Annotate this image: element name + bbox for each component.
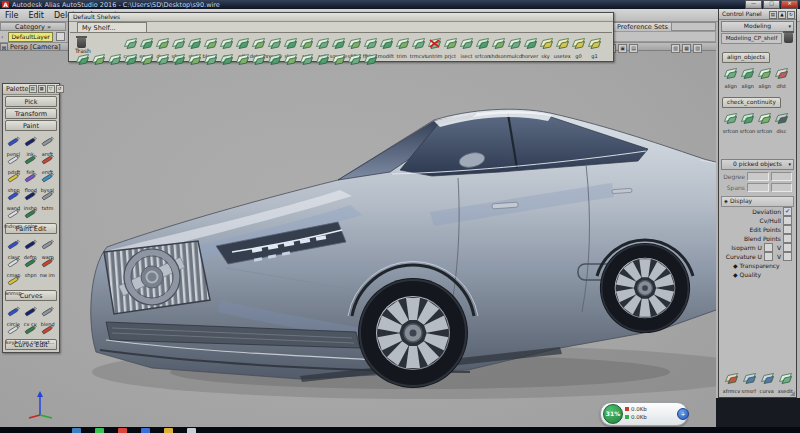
tool-unlabeled[interactable] bbox=[106, 50, 122, 69]
wire-toggle-icon[interactable]: ▤ bbox=[629, 44, 638, 53]
tool-dfst[interactable]: dfst bbox=[773, 64, 790, 89]
front-wheel[interactable] bbox=[358, 278, 468, 388]
tool-defm[interactable]: defm bbox=[22, 235, 39, 253]
control-panel-window-buttons[interactable]: ▤▲↻ bbox=[769, 9, 796, 19]
tool-g1[interactable]: g1 bbox=[586, 34, 602, 59]
deviation-checkbox[interactable]: ✔ bbox=[783, 207, 792, 216]
palette-tab-pick[interactable]: Pick bbox=[5, 96, 57, 107]
tool-unlabeled[interactable] bbox=[218, 50, 234, 69]
scroll-left-icon[interactable]: ‹ bbox=[1, 33, 3, 40]
tool-usetex[interactable]: usetex bbox=[554, 34, 570, 59]
cp-bullet-transparency[interactable]: ◆ Transparency bbox=[719, 261, 796, 270]
tool-ink[interactable]: ink bbox=[22, 132, 39, 150]
tool-unlabeled[interactable] bbox=[250, 50, 266, 69]
tool-align[interactable]: align bbox=[722, 64, 739, 89]
tool-unlabeled[interactable] bbox=[202, 50, 218, 69]
split-view-icon[interactable]: ▥ bbox=[671, 44, 680, 53]
palette-titlebar[interactable]: Palette ▤▦▽↺ bbox=[3, 84, 59, 95]
tool-trmcvt[interactable]: trmcvt bbox=[410, 34, 426, 59]
cp-menu-icon[interactable]: ▤ bbox=[769, 11, 777, 19]
cp-display-section[interactable]: ◈Display bbox=[721, 196, 794, 207]
tool-prjct[interactable]: prjct bbox=[442, 34, 458, 59]
tool-arsft[interactable]: arsft bbox=[39, 132, 56, 150]
menu-file[interactable]: File bbox=[5, 11, 18, 20]
cp-bullet-quality[interactable]: ◆ Quality bbox=[719, 270, 796, 279]
edit-points-checkbox[interactable] bbox=[783, 225, 792, 234]
tool-unlabeled[interactable] bbox=[234, 50, 250, 69]
minimize-button[interactable]: — bbox=[745, 0, 762, 9]
cp-collapse-icon[interactable]: ▲ bbox=[778, 11, 786, 19]
tool-curva[interactable]: curva bbox=[758, 369, 776, 394]
degree-u-input[interactable] bbox=[747, 172, 769, 181]
tool-cv-cv[interactable]: cv cv bbox=[22, 302, 39, 320]
default-shelves-window[interactable]: Default Shelves My Shelf... Trash cv cve… bbox=[68, 12, 614, 62]
tool-modift[interactable]: modift bbox=[378, 34, 394, 59]
tool-sky[interactable]: sky bbox=[538, 34, 554, 59]
tool-srfcon[interactable]: srfcon bbox=[756, 109, 773, 134]
tool-g0[interactable]: g0 bbox=[570, 34, 586, 59]
tool-unlabeled[interactable] bbox=[330, 50, 346, 69]
tool-warp[interactable]: warp bbox=[39, 235, 56, 253]
tool-srfcon[interactable]: srfcon bbox=[739, 109, 756, 134]
taskbar-app-icon[interactable] bbox=[141, 428, 150, 433]
menu-edit[interactable]: Edit bbox=[28, 11, 44, 20]
palette-list-icon[interactable]: ▤ bbox=[29, 85, 37, 93]
taskbar-app-icon[interactable] bbox=[72, 428, 81, 433]
taskbar-app-icon[interactable] bbox=[164, 428, 173, 433]
palette-grid-icon[interactable]: ▦ bbox=[38, 85, 46, 93]
tool-circle[interactable]: circle bbox=[5, 302, 22, 320]
degree-v-input[interactable] bbox=[771, 172, 793, 181]
tool-unlabeled[interactable] bbox=[122, 50, 138, 69]
tool-unlabeled[interactable] bbox=[90, 50, 106, 69]
control-panel-titlebar[interactable]: Control Panel ▤▲↻ bbox=[719, 9, 796, 20]
tool-unlabeled[interactable] bbox=[170, 50, 186, 69]
palette-window[interactable]: Palette ▤▦▽↺ Pick Transform Paintpenclin… bbox=[2, 83, 60, 353]
category-header[interactable]: Category » bbox=[0, 22, 66, 31]
tool-trim[interactable]: trim bbox=[394, 34, 410, 59]
cv-hull-checkbox[interactable] bbox=[783, 216, 792, 225]
tool-unlabeled[interactable] bbox=[346, 50, 362, 69]
shelf-tab-my-shelf[interactable]: My Shelf... bbox=[77, 22, 147, 32]
shade-toggle-icon[interactable]: ▣ bbox=[618, 44, 627, 53]
isoparm-u-v-checkbox[interactable] bbox=[783, 243, 792, 252]
maximize-button[interactable]: □ bbox=[763, 0, 780, 9]
palette-cycle-icon[interactable]: ↺ bbox=[56, 85, 64, 93]
cp-cycle-icon[interactable]: ↻ bbox=[787, 11, 795, 19]
cp-tab-align_objects[interactable]: align_objects bbox=[722, 52, 770, 63]
tool-unlabeled[interactable] bbox=[314, 50, 330, 69]
rear-wheel[interactable] bbox=[600, 243, 690, 333]
tool-disc[interactable]: disc bbox=[773, 109, 790, 134]
resize-grip[interactable] bbox=[790, 391, 795, 396]
widget-plus-button[interactable]: + bbox=[677, 408, 689, 420]
preference-sets-button[interactable]: Preference Sets bbox=[613, 23, 672, 31]
shelf-window-title[interactable]: Default Shelves bbox=[69, 13, 613, 22]
palette-collapse-icon[interactable]: ▽ bbox=[47, 85, 55, 93]
tool-xfrmcv[interactable]: xfrmcv bbox=[722, 369, 740, 394]
tool-srnsrf[interactable]: srnsrf bbox=[740, 369, 758, 394]
tool-srfcon[interactable]: srfcon bbox=[474, 34, 490, 59]
cp-tab-check_continuity[interactable]: check_continuity bbox=[722, 97, 781, 108]
tool-unlabeled[interactable] bbox=[266, 50, 282, 69]
default-layer-chip[interactable]: DefaultLayer bbox=[8, 32, 53, 42]
spans-v-input[interactable] bbox=[771, 183, 793, 192]
taskbar-app-icon[interactable] bbox=[187, 428, 196, 433]
maximize-view-icon[interactable]: ▦ bbox=[682, 44, 691, 53]
control-panel-window[interactable]: Control Panel ▤▲↻ Modeling▾ Modeling_CP_… bbox=[718, 8, 797, 398]
perspective-viewport[interactable] bbox=[0, 51, 716, 427]
trash-tool[interactable]: Trash bbox=[75, 36, 87, 49]
tool-align[interactable]: align bbox=[739, 64, 756, 89]
cp-shelf-name-dropdown[interactable]: Modeling_CP_shelf bbox=[721, 33, 782, 44]
tool-align[interactable]: align bbox=[756, 64, 773, 89]
network-monitor-widget[interactable]: 31% 0.0Kb 0.0Kb + bbox=[600, 402, 692, 425]
tool-horver[interactable]: horver bbox=[522, 34, 538, 59]
palette-tab-paint[interactable]: Paint bbox=[5, 120, 57, 131]
viewport-close-icon[interactable]: ⊠ bbox=[0, 43, 8, 51]
tool-unlabeled[interactable] bbox=[74, 50, 90, 69]
tool-pencl[interactable]: pencl bbox=[5, 132, 22, 150]
cp-trash-icon[interactable] bbox=[783, 31, 793, 43]
tool-clayr[interactable]: clayr bbox=[5, 235, 22, 253]
tool-unlabeled[interactable] bbox=[362, 50, 378, 69]
spans-u-input[interactable] bbox=[747, 183, 769, 192]
palette-tab-transform[interactable]: Transform bbox=[5, 108, 57, 119]
windows-taskbar[interactable] bbox=[0, 427, 800, 433]
